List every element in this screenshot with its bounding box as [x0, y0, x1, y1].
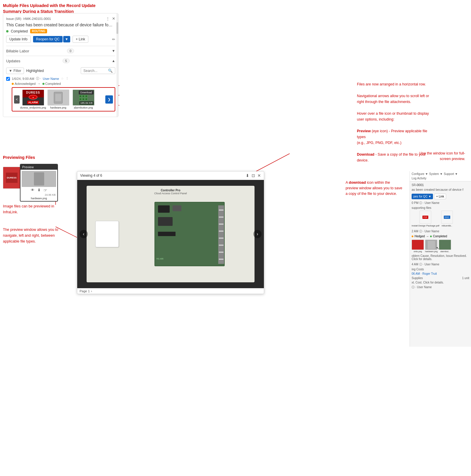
page-indicator: Page 1 ›: [77, 288, 264, 294]
preview-window: Viewing 4 of 6 ⬇ ⊡ ✕ ‹ Controller Pro Cl…: [77, 171, 264, 294]
close-preview-icon[interactable]: ✕: [257, 173, 261, 178]
preview-card-name: hardware.png: [22, 196, 56, 200]
issue-label: Issue (SR) HWK-240101-0001: [6, 17, 51, 20]
eye-icon[interactable]: 👁: [31, 188, 35, 193]
annotation-download-icon: A download icon within thepreview window…: [345, 180, 402, 196]
preview-card-popup: Preview 👁 ⬇ ☞ 24.96 KB hardware.png: [20, 164, 58, 202]
status-acknowledged-label: Acknowledged: [15, 82, 36, 85]
edit-icon[interactable]: ✏: [112, 37, 115, 42]
routing-badge: ROUTING: [30, 29, 47, 33]
scrollbar[interactable]: [116, 13, 118, 117]
billable-labor-title: Billable Labor: [6, 49, 29, 53]
annotation-window-icon: Use the window icon for full-screen prev…: [410, 151, 465, 162]
reopen-qc-arrow-button[interactable]: ▼: [63, 36, 70, 42]
download-preview-icon[interactable]: ⬇: [246, 173, 249, 178]
previewing-files-heading: Previewing Files: [3, 155, 35, 160]
issue-card: Issue (SR) HWK-240101-0001 ⋮ ✕ This Case…: [3, 13, 118, 117]
scrollbar-thumb[interactable]: [116, 22, 118, 34]
completed-dot: [42, 83, 44, 85]
preview-nav-right-button[interactable]: ›: [253, 230, 262, 238]
annotation-image-preview: Image files can be previewed in InfraLin…: [3, 203, 67, 244]
right-panel-cost-text: xt. Cost. Click for details.: [412, 281, 469, 284]
status2-dot2: [430, 236, 432, 237]
expand-preview-icon[interactable]: ⊡: [252, 173, 255, 178]
right-panel-thumb-2[interactable]: hardware.png ↖: [425, 240, 438, 252]
update-user-link[interactable]: User Name: [43, 77, 59, 80]
more-options-icon[interactable]: ⋮: [106, 16, 110, 21]
configure-menu[interactable]: Configure ▼: [412, 172, 428, 176]
file-nav-right-button[interactable]: ❯: [105, 95, 113, 104]
file-attachments-strip: < DURESS ● ALARM duress_endpoints.png: [12, 87, 115, 111]
right-panel-link-button[interactable]: + Link: [434, 194, 446, 199]
status-completed-label: Completed: [45, 82, 61, 85]
page-arrow[interactable]: ›: [91, 289, 92, 293]
filter-icon: ▼: [9, 69, 12, 73]
right-panel-thumb-1[interactable]: oints.png: [412, 240, 424, 252]
download-card-icon[interactable]: ⬇: [37, 188, 41, 193]
billable-labor-section: Billable Labor 0 ▼: [6, 46, 115, 56]
file-thumb-duress[interactable]: DURESS ● ALARM duress_endpoints.png: [21, 90, 45, 109]
filter-button[interactable]: ▼ Filter: [6, 68, 24, 74]
update-date: 1/6/24, 9:00 AM: [12, 77, 34, 80]
highlighted-label: Highlighted: [26, 69, 44, 73]
close-icon[interactable]: ✕: [112, 16, 115, 21]
file-size-overlay: 185.84 KB: [79, 101, 93, 105]
updates-section-header: Updates 5 ▲: [6, 56, 115, 66]
search-box[interactable]: 🔍: [81, 67, 115, 74]
preview-card-img: [22, 171, 56, 187]
reopen-qc-button[interactable]: Reopen for QC: [33, 36, 63, 42]
updates-arrow[interactable]: ▲: [112, 59, 115, 63]
right-panel-case-title: as been created because of device f: [412, 188, 469, 191]
file-thumb-hardware[interactable]: hardware.png: [47, 90, 70, 109]
billable-labor-arrow[interactable]: ▼: [112, 49, 115, 53]
duress-file-name: duress_endpoints.png: [20, 106, 46, 109]
preview-nav-left-button[interactable]: ‹: [80, 230, 88, 238]
page-text: Page 1: [80, 289, 90, 293]
search-icon: 🔍: [108, 68, 113, 73]
right-panel: Configure ▼ System ▼ Support ▼ Log Activ…: [410, 171, 471, 347]
preview-card-size: 24.96 KB: [22, 193, 56, 196]
right-panel-files: PDF Install Design Package.pdf DOC ntilu…: [412, 211, 469, 227]
viewing-text: Viewing 4 of 6: [80, 173, 102, 178]
preview-card-label: Preview: [20, 164, 57, 170]
star-icon[interactable]: ☆: [61, 77, 64, 80]
status-dot-green: [6, 30, 8, 32]
right-panel-date2: 2 AM ⓘ · User Name: [412, 229, 469, 233]
right-panel-date4: ⓘ · User Name: [412, 285, 469, 289]
right-panel-thumb-3[interactable]: alarmbut..: [439, 240, 451, 252]
log-activity-menu[interactable]: Log Activity: [412, 177, 427, 180]
search-input[interactable]: [83, 69, 107, 73]
right-panel-date1: 0 PM ⓘ · User Name: [412, 201, 469, 205]
updates-count: 5: [63, 59, 70, 63]
filter-row: ▼ Filter Highlighted 🔍: [6, 67, 115, 74]
right-panel-roger[interactable]: 06 AM · Roger Truit: [412, 272, 469, 275]
billable-labor-count: 0: [67, 49, 74, 53]
right-panel-supplies: Supplies 1 unit: [412, 276, 469, 280]
file-nav-left-button[interactable]: <: [14, 95, 20, 104]
support-menu[interactable]: Support ▼: [444, 172, 458, 176]
hardware-file-name: hardware.png: [50, 106, 66, 109]
right-panel-case-id: SR-0001: [412, 183, 469, 187]
update-info-button[interactable]: Update Info: [6, 36, 31, 43]
link-button[interactable]: + Link: [73, 36, 88, 43]
download-overlay-button[interactable]: Download: [79, 90, 93, 94]
right-panel-reopen-button[interactable]: pes for QC ▼: [412, 194, 433, 199]
main-heading: Multiple Files Uploaded with the Record …: [3, 3, 96, 14]
system-menu[interactable]: System ▼: [429, 172, 443, 176]
update-checkbox[interactable]: [6, 77, 10, 81]
alarm-file-name: alarmbutton.png: [74, 106, 93, 109]
right-panel-toolbar: Configure ▼ System ▼ Support ▼ Log Activ…: [410, 171, 471, 181]
cursor-icon: ☞: [44, 188, 47, 193]
right-panel-cause-text: oblem Cause, Resolution, Issue Resolved.…: [412, 254, 469, 261]
update-more-icon[interactable]: ⋮: [66, 77, 69, 80]
right-panel-doc-file[interactable]: DOC ntiluentib..: [441, 211, 453, 227]
update-item: 1/6/24, 9:00 AM ⓘ · User Name ☆ ⋮ Acknow…: [6, 76, 115, 111]
acknowledged-dot: [12, 83, 14, 85]
thumb-item-1[interactable]: DURESS: [3, 167, 20, 189]
file-thumb-alarm[interactable]: 185.84 KB Download alarmbutton.png: [72, 90, 95, 109]
right-panel-thumb-files: oints.png hardware.png ↖ alarmbut..: [412, 240, 469, 252]
status-text: Completed: [11, 29, 28, 33]
right-panel-billing-costs: ing Costs: [412, 268, 469, 271]
issue-title: This Case has been created because of de…: [6, 23, 115, 27]
right-panel-pdf-file[interactable]: PDF Install Design Package.pdf: [412, 211, 439, 227]
